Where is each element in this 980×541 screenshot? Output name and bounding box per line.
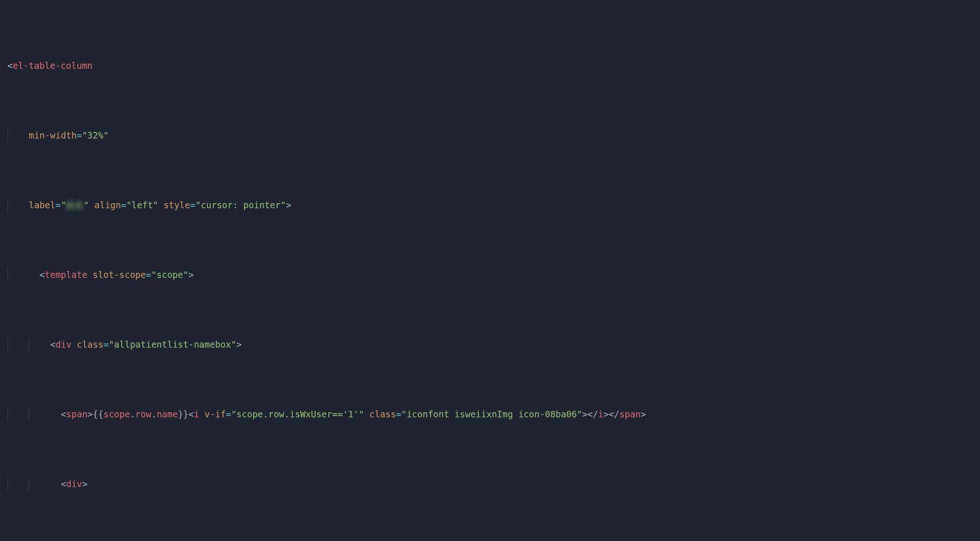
code-line[interactable]: <div> <box>0 477 980 491</box>
code-line[interactable]: <div class="allpatientlist-namebox"> <box>0 337 980 351</box>
code-text: <el-table-column <box>7 59 980 73</box>
code-text: <span>{{scope.row.name}}<i v-if="scope.r… <box>50 407 980 421</box>
code-text: <template slot-scope="scope"> <box>29 268 980 282</box>
code-text: <div> <box>50 477 980 491</box>
code-line[interactable]: label="姓名" align="left" style="cursor: p… <box>0 198 980 212</box>
code-text: min-width="32%" <box>29 128 980 142</box>
code-text: label="姓名" align="left" style="cursor: p… <box>29 198 980 212</box>
code-line[interactable]: <el-table-column <box>0 59 980 73</box>
code-editor[interactable]: <el-table-column min-width="32%" label="… <box>0 0 980 541</box>
code-line[interactable]: <template slot-scope="scope"> <box>0 268 980 282</box>
code-line[interactable]: min-width="32%" <box>0 128 980 142</box>
code-line[interactable]: <span>{{scope.row.name}}<i v-if="scope.r… <box>0 407 980 421</box>
code-text: <div class="allpatientlist-namebox"> <box>50 337 980 351</box>
